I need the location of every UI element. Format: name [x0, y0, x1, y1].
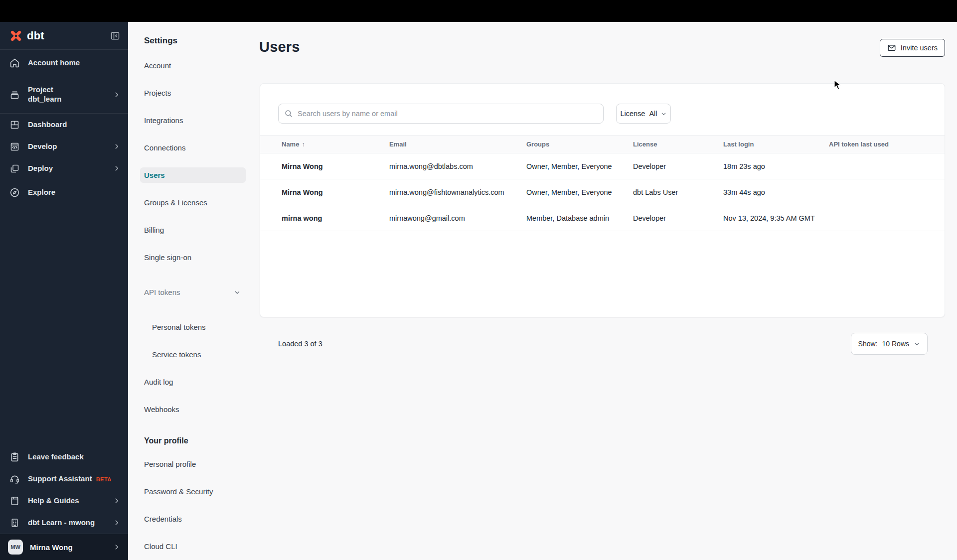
users-table: Name↑ Email Groups License Last login AP… — [260, 135, 945, 231]
feedback-icon — [9, 451, 20, 462]
settings-nav-item-api-tokens[interactable]: API tokens — [140, 284, 246, 300]
column-header-groups[interactable]: Groups — [526, 140, 633, 148]
dbt-logo[interactable]: dbt — [9, 29, 44, 43]
users-card: License All Name↑ Email Groups License L… — [260, 83, 945, 317]
table-row[interactable]: Mirna Wong mirna.wong@dbtlabs.com Owner,… — [260, 153, 945, 179]
headset-icon — [9, 473, 20, 484]
settings-nav-item-personal-profile[interactable]: Personal profile — [140, 456, 246, 472]
chevron-right-icon — [113, 143, 120, 150]
sidebar-item-leave-feedback[interactable]: Leave feedback — [0, 446, 128, 468]
table-row[interactable]: Mirna Wong mirna.wong@fishtownanalytics.… — [260, 179, 945, 205]
chevron-down-icon — [914, 341, 920, 347]
sidebar-item-explore[interactable]: Explore — [0, 181, 128, 203]
user-groups-cell: Member, Database admin — [526, 214, 633, 222]
develop-icon — [9, 141, 20, 152]
sidebar-item-label: Develop — [28, 142, 105, 151]
sidebar-item-dashboard[interactable]: Dashboard — [0, 114, 128, 136]
search-users — [278, 104, 604, 124]
user-name-cell: Mirna Wong — [260, 188, 389, 196]
user-name-cell: mirna wong — [260, 214, 389, 222]
settings-nav-item-users[interactable]: Users — [140, 167, 246, 183]
search-users-input[interactable] — [278, 104, 604, 124]
sidebar-item-label: Project dbt_learn — [28, 85, 105, 104]
user-groups-cell: Owner, Member, Everyone — [526, 188, 633, 196]
user-last-login-cell: Nov 13, 2024, 9:35 AM GMT — [723, 214, 829, 222]
column-header-last-login[interactable]: Last login — [723, 140, 829, 148]
sidebar-user-name: Mirna Wong — [30, 543, 106, 552]
sidebar-item-label: Account home — [28, 58, 120, 68]
page-title: Users — [259, 39, 300, 55]
explore-icon — [9, 187, 20, 198]
user-email-cell: mirna.wong@fishtownanalytics.com — [389, 188, 526, 196]
sidebar-item-label: Dashboard — [28, 120, 120, 130]
search-icon — [284, 109, 293, 118]
user-name-cell: Mirna Wong — [260, 162, 389, 170]
user-license-cell: Developer — [633, 162, 723, 170]
user-license-cell: dbt Labs User — [633, 188, 723, 196]
building-icon — [9, 517, 20, 528]
sidebar-item-label: Support AssistantBETA — [28, 474, 120, 484]
sidebar-item-deploy[interactable]: Deploy — [0, 157, 128, 179]
chevron-down-icon — [234, 289, 241, 296]
column-header-license[interactable]: License — [633, 140, 723, 148]
license-filter-dropdown[interactable]: License All — [616, 104, 671, 124]
sidebar-collapse-icon[interactable] — [110, 31, 120, 41]
sidebar-item-label: Explore — [28, 188, 120, 197]
chevron-right-icon — [113, 519, 120, 526]
chevron-down-icon — [660, 111, 667, 117]
sidebar-user-menu[interactable]: MW Mirna Wong — [0, 534, 128, 560]
book-icon — [9, 495, 20, 506]
sidebar-project-name: dbt_learn — [28, 95, 105, 104]
settings-nav-item-audit-log[interactable]: Audit log — [140, 374, 246, 390]
settings-nav-item-personal-tokens[interactable]: Personal tokens — [148, 319, 254, 335]
main-content: Users Invite users License All — [254, 22, 957, 560]
project-icon — [9, 89, 20, 100]
column-header-api-token[interactable]: API token last used — [829, 140, 945, 148]
table-row[interactable]: mirna wong mirnawong@gmail.com Member, D… — [260, 205, 945, 231]
user-license-cell: Developer — [633, 214, 723, 222]
settings-nav-item-groups-licenses[interactable]: Groups & Licenses — [140, 195, 246, 210]
settings-nav-item-webhooks[interactable]: Webhooks — [140, 402, 246, 417]
settings-nav-item-projects[interactable]: Projects — [140, 85, 246, 101]
settings-nav-item-password-security[interactable]: Password & Security — [140, 484, 246, 499]
top-bar — [0, 0, 957, 22]
rows-per-page-dropdown[interactable]: Show: 10 Rows — [851, 333, 928, 355]
settings-nav-item-integrations[interactable]: Integrations — [140, 113, 246, 128]
settings-nav-title: Settings — [144, 36, 254, 46]
sidebar-item-label: Help & Guides — [28, 496, 105, 506]
sidebar-header: dbt — [0, 22, 128, 50]
settings-nav-item-credentials[interactable]: Credentials — [140, 511, 246, 527]
sidebar-item-account-home[interactable]: Account home — [0, 50, 128, 76]
settings-nav: Settings Account Projects Integrations C… — [128, 22, 254, 560]
sort-ascending-icon: ↑ — [302, 141, 305, 148]
sidebar-item-help-guides[interactable]: Help & Guides — [0, 490, 128, 512]
invite-users-button[interactable]: Invite users — [880, 39, 945, 57]
settings-nav-item-account[interactable]: Account — [140, 58, 246, 73]
user-email-cell: mirnawong@gmail.com — [389, 214, 526, 222]
sidebar-item-dbt-learn[interactable]: dbt Learn - mwong — [0, 512, 128, 534]
profile-section-title: Your profile — [144, 436, 254, 445]
dbt-logo-icon — [9, 29, 23, 43]
avatar: MW — [8, 540, 23, 555]
sidebar-item-develop[interactable]: Develop — [0, 136, 128, 157]
settings-nav-item-service-tokens[interactable]: Service tokens — [148, 347, 254, 362]
user-email-cell: mirna.wong@dbtlabs.com — [389, 162, 526, 170]
chevron-right-icon — [113, 165, 120, 172]
column-header-name[interactable]: Name↑ — [260, 140, 389, 148]
settings-nav-item-single-sign-on[interactable]: Single sign-on — [140, 250, 246, 265]
sidebar-item-project[interactable]: Project dbt_learn — [0, 76, 128, 113]
dashboard-icon — [9, 119, 20, 130]
user-groups-cell: Owner, Member, Everyone — [526, 162, 633, 170]
sidebar-item-support-assistant[interactable]: Support AssistantBETA — [0, 468, 128, 490]
chevron-right-icon — [113, 544, 120, 551]
user-last-login-cell: 18m 23s ago — [723, 162, 829, 170]
column-header-email[interactable]: Email — [389, 140, 526, 148]
settings-nav-item-cloud-cli[interactable]: Cloud CLI — [140, 539, 246, 554]
settings-nav-item-billing[interactable]: Billing — [140, 222, 246, 238]
sidebar-item-label: Deploy — [28, 164, 105, 173]
table-header-row: Name↑ Email Groups License Last login AP… — [260, 135, 945, 153]
sidebar-item-label: Leave feedback — [28, 452, 120, 462]
settings-nav-item-connections[interactable]: Connections — [140, 140, 246, 155]
beta-badge: BETA — [96, 476, 112, 482]
loaded-status-text: Loaded 3 of 3 — [278, 340, 322, 348]
